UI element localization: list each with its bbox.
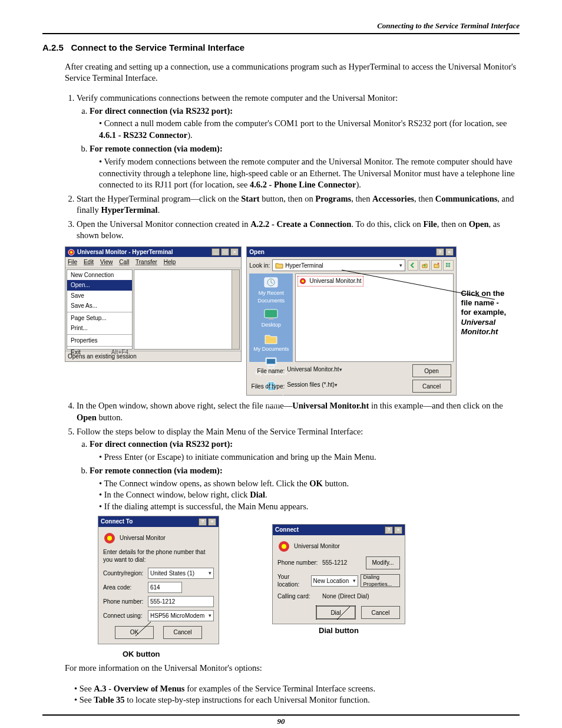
intro-paragraph: After creating and setting up a connecti… xyxy=(65,61,520,84)
area-input[interactable]: 614 xyxy=(148,582,182,593)
connect-dialog: Connect ? × Universal Monitor Phone numb… xyxy=(272,524,405,624)
menu-edit[interactable]: Edit xyxy=(84,259,94,265)
step1b-bullet: Verify modem connections between the rem… xyxy=(99,156,520,191)
step-4: In the Open window, shown above right, s… xyxy=(77,400,520,423)
ht-menubar[interactable]: File Edit View Call Transfer Help xyxy=(65,257,241,268)
svg-rect-4 xyxy=(448,263,450,265)
folder-icon xyxy=(275,262,283,269)
help-icon[interactable]: ? xyxy=(199,518,207,526)
help-icon[interactable]: ? xyxy=(436,248,444,256)
modify-button[interactable]: Modify... xyxy=(366,556,400,569)
places-bar: My Recent Documents Desktop My Documents xyxy=(249,274,293,362)
open-dialog: Open ? × Look in: xyxy=(246,246,456,396)
menu-item-print[interactable]: Print... xyxy=(67,323,132,334)
menu-item-open[interactable]: Open... xyxy=(67,280,132,291)
place-desktop[interactable]: Desktop xyxy=(250,308,292,328)
ht-title-text: Universal Monitor - HyperTerminal xyxy=(77,248,173,256)
chevron-down-icon: ▾ xyxy=(209,569,211,577)
cancel-button[interactable]: Cancel xyxy=(163,626,202,639)
menu-call[interactable]: Call xyxy=(119,259,129,265)
menu-file[interactable]: File xyxy=(68,259,77,265)
ht-titlebar: Universal Monitor - HyperTerminal _ □ × xyxy=(65,247,241,258)
close-icon[interactable]: × xyxy=(208,518,216,526)
lookin-label: Look in: xyxy=(249,262,270,270)
svg-point-16 xyxy=(302,280,304,282)
page-footer: 90 xyxy=(42,714,520,726)
dial-button[interactable]: Dial xyxy=(316,606,355,619)
maximize-icon[interactable]: □ xyxy=(221,248,229,256)
menu-item-new[interactable]: New Connection xyxy=(67,270,132,281)
step1-text: Verify communications connections betwee… xyxy=(77,93,398,103)
back-icon[interactable] xyxy=(408,260,418,271)
menu-item-saveas[interactable]: Save As... xyxy=(67,301,132,311)
open-titlebar: Open ? × xyxy=(247,247,455,258)
dialing-properties-button[interactable]: Dialing Properties... xyxy=(361,574,400,587)
filetype-combo[interactable]: Session files (*.ht)▾ xyxy=(287,381,409,391)
views-icon[interactable] xyxy=(443,260,454,271)
menu-help[interactable]: Help xyxy=(164,259,176,265)
step-5a: For direct connection (via RS232 port): … xyxy=(90,439,520,463)
c-card-label: Calling card: xyxy=(277,592,320,601)
step-5: Follow the steps below to display the Ma… xyxy=(77,426,520,513)
svg-point-19 xyxy=(107,536,112,541)
step5b-bullet1: The Connect window opens, as shown below… xyxy=(99,478,520,490)
lookin-combo[interactable]: HyperTerminal ▾ xyxy=(272,259,405,271)
svg-rect-5 xyxy=(446,265,448,267)
figure-row-1: Universal Monitor - HyperTerminal _ □ × … xyxy=(65,246,520,396)
close-icon[interactable]: × xyxy=(394,526,402,534)
help-icon[interactable]: ? xyxy=(385,526,393,534)
phone-input[interactable]: 555-1212 xyxy=(148,596,214,607)
connect-using-combo[interactable]: HSP56 MicroModem▾ xyxy=(148,610,214,621)
c-card-val: None (Direct Dial) xyxy=(322,592,400,601)
close-icon[interactable]: × xyxy=(445,248,454,256)
chevron-down-icon: ▾ xyxy=(209,612,211,619)
close-icon[interactable]: × xyxy=(230,248,239,256)
country-combo[interactable]: United States (1)▾ xyxy=(148,568,214,579)
up-folder-icon[interactable] xyxy=(419,260,430,271)
connect-title: Connect xyxy=(275,526,299,534)
filetype-label: Files of type: xyxy=(249,383,285,391)
step5a-bullet: Press Enter (or Escape) to initiate comm… xyxy=(99,452,520,463)
file-list[interactable]: Universal Monitor.ht xyxy=(295,274,453,362)
globe-icon xyxy=(277,540,290,553)
filename-label: File name: xyxy=(249,367,285,375)
ht-statusbar: Opens an existing session xyxy=(65,351,241,362)
country-label: Country/region: xyxy=(103,569,146,578)
main-steps-cont: In the Open window, shown above right, s… xyxy=(65,400,520,512)
svg-rect-6 xyxy=(448,265,450,267)
ht-canvas xyxy=(134,269,240,350)
session-file-icon xyxy=(299,278,308,285)
menu-item-pagesetup[interactable]: Page Setup... xyxy=(67,313,132,324)
minimize-icon[interactable]: _ xyxy=(211,248,220,256)
place-recent[interactable]: My Recent Documents xyxy=(250,276,292,304)
menu-item-save[interactable]: Save xyxy=(67,291,132,301)
file-item-universal-monitor[interactable]: Universal Monitor.ht xyxy=(298,276,362,286)
cancel-button[interactable]: Cancel xyxy=(361,606,400,619)
filename-combo[interactable]: Universal Monitor.ht▾ xyxy=(287,365,409,376)
menu-item-properties[interactable]: Properties xyxy=(67,335,132,346)
menu-view[interactable]: View xyxy=(100,259,113,265)
connect-name: Universal Monitor xyxy=(294,542,340,551)
area-label: Area code: xyxy=(103,584,146,592)
open-button[interactable]: Open xyxy=(412,364,451,377)
main-steps: Verify communications connections betwee… xyxy=(65,93,520,242)
ok-button[interactable]: OK xyxy=(115,626,154,639)
svg-rect-12 xyxy=(267,359,275,364)
location-combo[interactable]: New Location▾ xyxy=(311,575,358,587)
section-number: A.2.5 xyxy=(42,42,64,52)
place-mydocs[interactable]: My Documents xyxy=(250,332,292,353)
cancel-button[interactable]: Cancel xyxy=(412,380,451,393)
file-menu-dropdown: New Connection Open... Save Save As... P… xyxy=(67,269,133,350)
new-folder-icon[interactable] xyxy=(431,260,442,271)
ht-app-icon xyxy=(68,249,75,256)
menu-transfer[interactable]: Transfer xyxy=(135,259,157,265)
svg-rect-9 xyxy=(265,309,277,318)
ok-caption: OK button xyxy=(123,649,219,660)
chevron-down-icon: ▾ xyxy=(339,367,342,373)
connect-to-title: Connect To xyxy=(101,518,133,526)
connect-to-name: Universal Monitor xyxy=(120,534,166,542)
side-caption: Click on the file name - for example, Un… xyxy=(461,246,520,337)
connect-to-wrap: Connect To ? × Universal Monitor Enter d… xyxy=(98,516,219,659)
section-title: Connect to the Service Terminal Interfac… xyxy=(71,42,244,52)
connect-to-instr: Enter details for the phone number that … xyxy=(103,548,214,564)
